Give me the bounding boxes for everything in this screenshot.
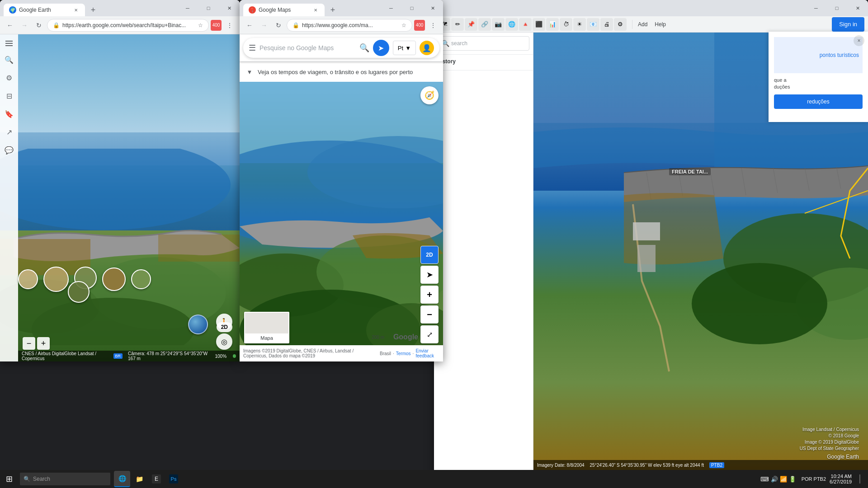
maps-new-tab-button[interactable]: + [326, 4, 339, 16]
sv-circle-4[interactable] [102, 267, 126, 291]
sv-circle-5[interactable] [131, 269, 151, 289]
earth-titlebar: 🌍 Google Earth ✕ + ─ □ ✕ [0, 0, 240, 16]
earth-menu-button[interactable]: ⋮ [223, 19, 236, 32]
maps-thumbnail-toggle[interactable]: Mapa [244, 312, 289, 343]
toolbar-add-button[interactable]: Add [634, 18, 651, 31]
maps-2d-button[interactable]: 2D [420, 246, 439, 264]
earth-extensions-button[interactable]: 400 [211, 20, 222, 31]
earth-maximize-button[interactable]: □ [198, 0, 219, 16]
taskbar-volume-icon[interactable]: 🔊 [771, 476, 778, 483]
maps-close-button[interactable]: ✕ [422, 0, 443, 16]
toolbar-icon-5[interactable]: 📷 [492, 18, 505, 31]
maps-url-bar[interactable]: 🔒 https://www.google.com/ma... ☆ [287, 19, 412, 32]
menu-icon[interactable] [4, 38, 14, 49]
toolbar-icon-13[interactable]: 🖨 [600, 18, 613, 31]
location-button[interactable]: ◎ [216, 333, 232, 350]
earth-panel-minimize[interactable]: ─ [806, 0, 826, 16]
toolbar-icon-12[interactable]: 📧 [587, 18, 599, 31]
maps-favicon: 📍 [249, 6, 256, 14]
taskbar-keyboard-icon[interactable]: ⌨ [760, 476, 769, 483]
taskbar-epic-item[interactable]: E [148, 471, 165, 487]
taskbar-clock[interactable]: 10:24 AM 6/27/2019 [830, 474, 852, 484]
toolbar-help-button[interactable]: Help [651, 18, 670, 31]
layers-sidebar-icon[interactable]: ⊟ [2, 89, 16, 103]
maps-zoom-in-button[interactable]: + [420, 286, 439, 304]
zoom-out-button[interactable]: − [23, 337, 35, 350]
maps-directions-icon-btn[interactable]: ➤ [420, 266, 439, 284]
toolbar-icon-11[interactable]: ☀ [573, 18, 586, 31]
maps-brazil-link[interactable]: Brasil [380, 351, 391, 356]
earth-active-tab[interactable]: 🌍 Google Earth ✕ [4, 4, 85, 16]
maps-map-area[interactable]: 🧭 2D ➤ + − ⤢ Mapa Google 200 m [240, 82, 443, 361]
earth-globe-button[interactable] [188, 314, 208, 334]
toolbar-icon-7[interactable]: 🔺 [519, 18, 532, 31]
maps-terms-link[interactable]: Termos [396, 351, 411, 356]
taskbar-explorer-item[interactable]: 📁 [131, 471, 147, 487]
earth-close-button[interactable]: ✕ [219, 0, 240, 16]
earth-2d-button[interactable]: 2D [217, 322, 232, 332]
earth-url-bar[interactable]: 🔒 https://earth.google.com/web/search/It… [47, 19, 209, 32]
taskbar-language-indicator[interactable]: POR PTB2 [802, 476, 826, 482]
start-button[interactable]: ⊞ [0, 470, 18, 488]
maps-active-tab[interactable]: 📍 Google Maps ✕ [243, 4, 325, 16]
sidebar-search-bar[interactable]: 🔍 search [438, 36, 529, 51]
earth-refresh-button[interactable]: ↻ [33, 19, 45, 32]
maps-pegman-btn[interactable]: 🧭 [420, 86, 439, 104]
maps-zoom-out-button[interactable]: − [420, 305, 439, 324]
earth-status-bar: CNES / Airbus DigitalGlobe Landsat / Cop… [18, 351, 240, 361]
taskbar-search-bar[interactable]: 🔍 Search [20, 473, 110, 485]
panel-watermark: Google Earth [827, 454, 859, 460]
sv-circle-1[interactable] [18, 269, 38, 289]
earth-minimize-button[interactable]: ─ [177, 0, 198, 16]
maps-travel-suggestion[interactable]: ▼ Veja os tempos de viagem, o trânsito e… [240, 61, 443, 82]
bookmark-sidebar-icon[interactable]: 🔖 [2, 107, 16, 121]
settings-sidebar-icon[interactable]: ⚙ [2, 70, 16, 85]
toolbar-icon-14[interactable]: ⚙ [614, 18, 627, 31]
sign-in-button[interactable]: Sign in [832, 17, 864, 32]
earth-panel-maximize[interactable]: □ [826, 0, 847, 16]
maps-language-button[interactable]: Pt ▼ [393, 41, 416, 55]
toolbar-icon-3[interactable]: 📌 [465, 18, 477, 31]
toolbar-icon-6[interactable]: 🌐 [505, 18, 518, 31]
earth-back-button[interactable]: ← [4, 19, 16, 32]
search-sidebar-icon[interactable]: 🔍 [2, 52, 16, 67]
toolbar-icon-10[interactable]: ⏱ [560, 18, 572, 31]
taskbar-network-icon[interactable]: 📶 [780, 476, 787, 483]
maps-refresh-button[interactable]: ↻ [272, 19, 285, 32]
earth-new-tab-button[interactable]: + [87, 4, 99, 16]
maps-fullscreen-button[interactable]: ⤢ [420, 325, 439, 343]
maps-search-icon[interactable]: 🔍 [359, 43, 369, 53]
maps-maximize-button[interactable]: □ [401, 0, 422, 16]
maps-back-button[interactable]: ← [243, 19, 256, 32]
taskbar-chrome-item[interactable]: 🌐 [114, 471, 130, 487]
share-sidebar-icon[interactable]: ↗ [2, 125, 16, 139]
taskbar-ps-item[interactable]: Ps [165, 471, 182, 487]
maps-ext1[interactable]: 400 [414, 20, 425, 31]
maps-tab-close[interactable]: ✕ [312, 6, 319, 14]
earth-panel-close[interactable]: ✕ [847, 0, 868, 16]
earth-forward-button[interactable]: → [18, 19, 31, 32]
toolbar-icon-8[interactable]: ⬛ [533, 18, 545, 31]
maps-menu-icon[interactable]: ☰ [249, 43, 256, 53]
zoom-in-button[interactable]: + [37, 337, 50, 350]
maps-minimize-button[interactable]: ─ [381, 0, 401, 16]
taskbar-battery-icon[interactable]: 🔋 [789, 476, 796, 483]
maps-forward-button[interactable]: → [258, 19, 270, 32]
feedback-sidebar-icon[interactable]: 💬 [2, 143, 16, 157]
earth-tab-close[interactable]: ✕ [72, 6, 80, 14]
maps-search-bar[interactable]: ☰ Pesquise no Google Maps 🔍 ➤ Pt ▼ 👤 [243, 38, 439, 58]
maps-user-avatar[interactable]: 👤 [420, 41, 434, 55]
maps-directions-button[interactable]: ➤ [373, 40, 389, 56]
maps-search-input[interactable]: Pesquise no Google Maps [259, 44, 356, 52]
toolbar-icon-2[interactable]: ✏ [451, 18, 464, 31]
sv-circle-6[interactable] [68, 281, 90, 303]
maps-google-logo: Google [393, 333, 418, 341]
maps-feedback-link[interactable]: Enviar feedback [415, 348, 439, 358]
maps-menu-button[interactable]: ⋮ [427, 19, 439, 32]
sv-circle-2[interactable] [43, 267, 69, 292]
taskbar-show-desktop[interactable] [855, 471, 864, 487]
earth-status-dot [233, 354, 236, 358]
panel-credit-3: Image © 2019 DigitalGlobe [800, 439, 859, 446]
toolbar-icon-4[interactable]: 🔗 [478, 18, 491, 31]
toolbar-icon-9[interactable]: 📊 [546, 18, 559, 31]
